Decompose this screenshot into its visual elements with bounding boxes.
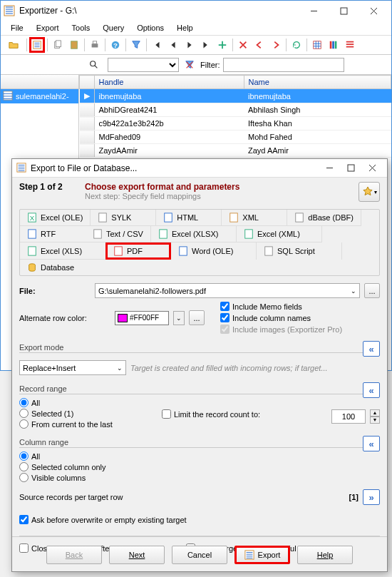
maximize-button[interactable] [329,2,359,19]
file-value[interactable]: G:\sulemanelahi2-followers.pdf [98,287,206,295]
back-button[interactable]: Back [46,546,102,564]
column-range-expand-button[interactable]: « [363,436,380,451]
copy-button[interactable] [50,37,66,53]
next-button[interactable]: Next [109,546,165,564]
rr-all-radio[interactable]: All [19,398,162,407]
minimize-button[interactable] [299,2,329,19]
filter-view-button[interactable] [83,57,105,73]
svg-rect-13 [335,41,337,49]
rr-current-radio[interactable]: From current to the last [19,419,162,429]
export-toolbar-button[interactable] [29,37,45,53]
favorites-button[interactable]: ▾ [359,182,380,202]
tab-text-csv[interactable]: Text / CSV [86,226,151,242]
refresh-button[interactable] [289,37,304,53]
first-button[interactable] [149,37,165,53]
export-mode-select[interactable]: Replace+Insert⌄ [19,360,126,375]
clear-filter-button[interactable] [182,57,197,73]
tab-excel-xml[interactable]: Excel (XML) [237,226,322,242]
table-row[interactable]: ZaydAAmirZayd AAmir [80,144,391,158]
menu-options[interactable]: Options [131,22,170,34]
filter-input[interactable] [223,58,344,72]
svg-rect-26 [160,230,167,238]
redo-button[interactable] [268,37,284,53]
print-button[interactable] [87,37,103,53]
spinner-up-icon[interactable]: ▲ [370,409,380,417]
spinner-down-icon[interactable]: ▼ [370,417,380,424]
table-row[interactable]: c9b422a1e3b242bIftesha Khan [80,117,391,131]
undo-button[interactable] [252,37,267,53]
dialog-maximize-button[interactable] [340,160,361,177]
sidebar-header [1,75,78,89]
step-heading: Choose export format and parameters [85,182,359,192]
ask-overwrite-checkbox[interactable]: Ask before overwrite or empty existing t… [19,515,380,524]
table-row[interactable]: AbhiDGreat4241Abhilash Singh [80,103,391,117]
tab-xls[interactable]: Excel (XLS) [20,242,105,260]
svg-point-14 [91,61,96,66]
menu-help[interactable]: Help [171,22,199,34]
cancel-button[interactable]: Cancel [172,546,227,564]
altcolor-more-button[interactable]: ... [189,310,205,325]
menu-export[interactable]: Export [31,22,65,34]
tab-dbase[interactable]: dBase (DBF) [287,210,361,226]
help-button[interactable]: Help [297,546,353,564]
svg-rect-11 [330,41,332,49]
query-button[interactable] [128,37,144,53]
tab-sql[interactable]: SQL Script [257,242,342,260]
export-mode-expand-button[interactable]: « [363,341,380,357]
chevron-down-icon[interactable]: ⌄ [173,311,185,325]
source-records-label: Source records per target row [19,493,349,501]
tab-xml[interactable]: XML [222,210,287,226]
tab-excel-ole[interactable]: XExcel (OLE) [20,210,91,226]
chevron-down-icon[interactable]: ⌄ [351,287,356,295]
dialog-close-button[interactable] [361,160,383,177]
record-range-expand-button[interactable]: « [363,382,380,398]
dialog-minimize-button[interactable] [319,160,340,177]
limit-input[interactable] [331,409,366,424]
altcolor-field[interactable]: #FF00FF [115,311,169,325]
close-button[interactable] [359,2,388,19]
tab-database[interactable]: Database [20,260,105,275]
next-button[interactable] [182,37,197,53]
list-icon[interactable] [342,37,358,53]
tab-xlsx[interactable]: Excel (XLSX) [151,226,237,242]
source-records-expand-button[interactable]: » [363,489,380,505]
columns-icon[interactable] [326,37,341,53]
table-row[interactable]: ▶ibnemujtabaibnemujtaba [80,89,391,103]
add-button[interactable] [215,37,230,53]
rr-selected-radio[interactable]: Selected (1) [19,409,162,418]
include-memo-checkbox[interactable]: Include Memo fields [220,302,380,311]
cr-all-radio[interactable]: All [19,451,380,461]
prev-button[interactable] [165,37,181,53]
export-button[interactable]: Export [234,546,290,564]
tab-sylk[interactable]: SYLK [91,210,156,226]
cr-visible-radio[interactable]: Visible columns [19,473,380,482]
grid-icon[interactable] [309,37,325,53]
menu-file[interactable]: File [5,22,29,34]
altcolor-label: Alternate row color: [19,314,110,322]
sidebar-item[interactable]: sulemanelahi2- [1,89,78,103]
limit-checkbox[interactable]: Limit the record count to: [162,409,260,419]
help-button[interactable]: ? [108,37,123,53]
tab-word[interactable]: Word (OLE) [171,242,257,260]
col-name[interactable]: Name [244,76,391,89]
menu-tools[interactable]: Tools [66,22,96,34]
col-handle[interactable]: Handle [94,76,244,89]
export-mode-hint: Target is created and filled with incomi… [130,364,380,372]
svg-rect-22 [230,213,238,222]
data-grid[interactable]: Handle Name ▶ibnemujtabaibnemujtaba Abhi… [79,75,391,158]
tab-rtf[interactable]: RTF [20,226,86,242]
table-row[interactable]: MdFahed09Mohd Fahed [80,131,391,144]
browse-file-button[interactable]: ... [364,283,380,298]
tab-html[interactable]: HTML [156,210,222,226]
menu-query[interactable]: Query [97,22,130,34]
last-button[interactable] [198,37,214,53]
svg-rect-5 [71,41,78,49]
include-columns-checkbox[interactable]: Include column names [220,313,380,322]
tab-pdf[interactable]: PDF [105,242,171,260]
filter-column-select[interactable] [108,58,179,72]
delete-button[interactable] [235,37,251,53]
cr-selected-radio[interactable]: Selected column only [19,462,380,471]
paste-button[interactable] [66,37,82,53]
dialog-button-bar: Back Next Cancel Export Help [12,536,387,564]
open-button[interactable] [3,37,24,53]
